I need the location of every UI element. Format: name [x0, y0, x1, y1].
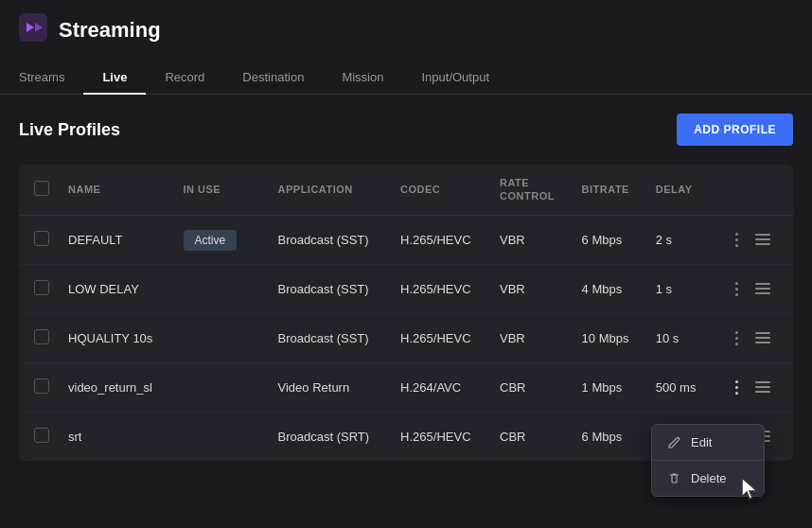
dropdown-edit-item[interactable]: Edit	[652, 425, 764, 460]
row-check-cell	[19, 362, 59, 412]
row-hamburger-button[interactable]	[750, 378, 776, 396]
row-codec: H.264/AVC	[391, 362, 490, 412]
profiles-table-container: NAME IN USE APPLICATION CODEC RATECONTRO…	[19, 165, 793, 461]
col-header-inuse: IN USE	[174, 165, 269, 215]
row-actions-cell: Edit Delete	[712, 362, 793, 412]
row-actions	[721, 377, 784, 398]
page-header: Live Profiles ADD PROFILE	[19, 114, 793, 146]
row-check-cell	[19, 313, 59, 362]
row-name: DEFAULT	[59, 215, 174, 264]
tab-streams[interactable]: Streams	[19, 61, 83, 94]
add-profile-button[interactable]: ADD PROFILE	[677, 114, 793, 146]
col-header-bitrate: BITRATE	[573, 165, 646, 215]
table-row: HQUALITY 10s Broadcast (SST) H.265/HEVC …	[19, 313, 793, 362]
delete-icon	[667, 471, 681, 485]
row-hamburger-button[interactable]	[750, 230, 776, 249]
select-all-checkbox[interactable]	[34, 181, 49, 196]
row-inuse: Active	[174, 215, 269, 264]
row-inuse	[174, 313, 269, 362]
row-name: video_return_sl	[59, 362, 174, 412]
row-bitrate: 4 Mbps	[573, 264, 646, 313]
row-delay: 10 s	[646, 313, 713, 362]
row-dots-button[interactable]	[730, 377, 744, 398]
row-actions	[721, 278, 784, 300]
row-rate-control: VBR	[490, 264, 573, 313]
row-name: srt	[59, 412, 174, 461]
table-row: LOW DELAY Broadcast (SST) H.265/HEVC VBR…	[19, 264, 793, 313]
row-application: Video Return	[269, 362, 392, 412]
row-checkbox[interactable]	[34, 378, 49, 394]
row-check-cell	[19, 412, 59, 461]
row-rate-control: CBR	[490, 412, 573, 461]
row-dots-button[interactable]	[730, 327, 744, 349]
active-badge: Active	[184, 230, 238, 251]
dropdown-delete-label: Delete	[691, 471, 727, 485]
row-checkbox[interactable]	[34, 428, 49, 443]
row-hamburger-button[interactable]	[750, 279, 776, 298]
row-codec: H.265/HEVC	[391, 264, 490, 313]
row-inuse	[174, 362, 269, 412]
col-header-delay: DELAY	[646, 165, 713, 215]
row-check-cell	[19, 215, 59, 264]
row-checkbox[interactable]	[34, 231, 49, 246]
row-rate-control: VBR	[490, 215, 573, 264]
table-row: video_return_sl Video Return H.264/AVC C…	[19, 362, 793, 412]
row-bitrate: 6 Mbps	[573, 412, 646, 461]
row-actions-cell	[712, 264, 793, 313]
profiles-table: NAME IN USE APPLICATION CODEC RATECONTRO…	[19, 165, 793, 461]
tab-live[interactable]: Live	[83, 61, 146, 94]
row-application: Broadcast (SST)	[269, 313, 392, 362]
row-actions-cell	[712, 313, 793, 362]
col-header-codec: CODEC	[391, 165, 490, 215]
row-application: Broadcast (SRT)	[269, 412, 392, 461]
row-delay: 1 s	[646, 264, 713, 313]
nav-tabs: Streams Live Record Destination Mission …	[0, 61, 812, 95]
app-header: Streaming	[0, 0, 812, 61]
row-checkbox[interactable]	[34, 329, 49, 344]
row-checkbox[interactable]	[34, 280, 49, 295]
row-bitrate: 1 Mbps	[573, 362, 646, 412]
page-title: Live Profiles	[19, 120, 120, 140]
row-actions	[721, 229, 784, 251]
tab-mission[interactable]: Mission	[323, 61, 402, 94]
row-rate-control: CBR	[490, 362, 573, 412]
row-codec: H.265/HEVC	[391, 412, 490, 461]
context-dropdown-menu: Edit Delete	[651, 424, 765, 497]
dropdown-edit-label: Edit	[691, 435, 712, 449]
col-header-actions	[712, 165, 793, 215]
row-dots-button[interactable]	[730, 229, 744, 251]
row-bitrate: 6 Mbps	[573, 215, 646, 264]
tab-destination[interactable]: Destination	[223, 61, 323, 94]
row-delay: 2 s	[646, 215, 713, 264]
col-header-rate-control: RATECONTROL	[490, 165, 573, 215]
row-inuse	[174, 264, 269, 313]
row-bitrate: 10 Mbps	[573, 313, 646, 362]
edit-icon	[667, 435, 681, 449]
table-row: DEFAULT Active Broadcast (SST) H.265/HEV…	[19, 215, 793, 264]
row-actions-cell	[712, 215, 793, 264]
table-header-row: NAME IN USE APPLICATION CODEC RATECONTRO…	[19, 165, 793, 215]
row-rate-control: VBR	[490, 313, 573, 362]
tab-record[interactable]: Record	[146, 61, 223, 94]
row-application: Broadcast (SST)	[269, 215, 392, 264]
row-dots-button[interactable]	[730, 278, 744, 300]
row-application: Broadcast (SST)	[269, 264, 392, 313]
row-actions	[721, 327, 784, 349]
col-header-application: APPLICATION	[269, 165, 392, 215]
app-title: Streaming	[59, 18, 161, 43]
col-header-name: NAME	[59, 165, 174, 215]
row-name: LOW DELAY	[59, 264, 174, 313]
row-inuse	[174, 412, 269, 461]
row-codec: H.265/HEVC	[391, 313, 490, 362]
page-content: Live Profiles ADD PROFILE NAME IN USE AP…	[0, 95, 812, 480]
row-delay: 500 ms	[646, 362, 713, 412]
row-check-cell	[19, 264, 59, 313]
streaming-icon	[19, 13, 47, 47]
col-header-check	[19, 165, 59, 215]
tab-inputoutput[interactable]: Input/Output	[402, 61, 508, 94]
dropdown-delete-item[interactable]: Delete	[652, 461, 764, 496]
row-codec: H.265/HEVC	[391, 215, 490, 264]
row-name: HQUALITY 10s	[59, 313, 174, 362]
row-hamburger-button[interactable]	[750, 328, 776, 347]
